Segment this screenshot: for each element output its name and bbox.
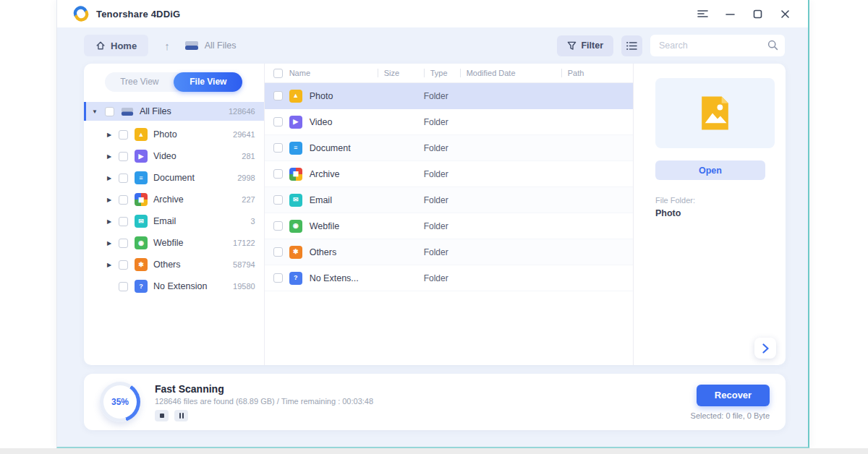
funnel-icon bbox=[567, 41, 576, 51]
tree-item-archive[interactable]: ▶▦Archive227 bbox=[84, 189, 264, 210]
tree-item-all-files[interactable]: ▼ All Files 128646 bbox=[84, 102, 264, 121]
tab-tree-view[interactable]: Tree View bbox=[105, 72, 174, 92]
tree-item-webfile[interactable]: ▶◉Webfile17122 bbox=[84, 232, 264, 254]
recover-button[interactable]: Recover bbox=[697, 385, 770, 406]
column-path[interactable]: Path bbox=[561, 69, 633, 77]
checkbox[interactable] bbox=[105, 107, 114, 116]
email-icon: ✉ bbox=[135, 215, 148, 228]
file-type: Folder bbox=[424, 221, 460, 231]
table-row-photo[interactable]: ▲PhotoFolder bbox=[265, 83, 633, 109]
file-name-cell: ✱Others bbox=[289, 246, 378, 259]
search-icon[interactable] bbox=[767, 40, 778, 51]
expand-caret-icon[interactable]: ▶ bbox=[107, 132, 119, 138]
tree-item-video[interactable]: ▶▶Video281 bbox=[84, 145, 264, 167]
file-type: Folder bbox=[424, 117, 460, 127]
file-name: Others bbox=[310, 247, 337, 257]
document-icon: ≡ bbox=[289, 142, 302, 155]
checkbox[interactable] bbox=[273, 169, 283, 179]
pause-scan-button[interactable] bbox=[174, 410, 188, 421]
desktop-strip bbox=[0, 448, 868, 454]
table-row-no-extens[interactable]: ?No Extens...Folder bbox=[265, 265, 633, 291]
archive-icon: ▦ bbox=[135, 193, 148, 206]
preview-panel: Open File Folder: Photo bbox=[633, 64, 786, 365]
scan-progress-ring: 35% bbox=[100, 382, 140, 422]
tree-item-label: Photo bbox=[153, 129, 177, 140]
table-row-email[interactable]: ✉EmailFolder bbox=[265, 187, 633, 213]
list-view-button[interactable] bbox=[621, 35, 642, 56]
checkbox[interactable] bbox=[119, 260, 128, 270]
tree-item-count: 19580 bbox=[233, 282, 255, 291]
table-header: Name Size Type Modified Date Path bbox=[265, 64, 633, 83]
checkbox[interactable] bbox=[119, 152, 128, 161]
expand-caret-icon[interactable]: ▶ bbox=[107, 240, 119, 247]
expand-caret-icon[interactable]: ▶ bbox=[107, 153, 119, 160]
screenshot-stage: Tenorshare 4DDiG Home bbox=[0, 0, 868, 454]
close-button[interactable] bbox=[779, 8, 791, 20]
checkbox[interactable] bbox=[119, 282, 128, 291]
tab-file-view[interactable]: File View bbox=[174, 72, 242, 92]
tree-item-label: Email bbox=[153, 216, 176, 226]
view-toggle: Tree View File View bbox=[105, 72, 242, 92]
checkbox[interactable] bbox=[273, 221, 283, 231]
minimize-button[interactable] bbox=[724, 8, 736, 20]
table-row-webfile[interactable]: ◉WebfileFolder bbox=[265, 213, 633, 239]
home-button[interactable]: Home bbox=[84, 35, 148, 56]
select-all-checkbox[interactable] bbox=[273, 69, 283, 78]
photo-file-icon bbox=[695, 93, 735, 133]
tree-item-email[interactable]: ▶✉Email3 bbox=[84, 210, 264, 232]
checkbox[interactable] bbox=[119, 195, 128, 205]
checkbox[interactable] bbox=[119, 239, 128, 248]
stop-scan-button[interactable] bbox=[155, 410, 169, 421]
file-name-cell: ▲Photo bbox=[289, 90, 378, 103]
table-row-others[interactable]: ✱OthersFolder bbox=[265, 239, 633, 265]
expand-caret-icon[interactable]: ▶ bbox=[107, 197, 119, 203]
tree-item-no-extension[interactable]: ?No Extension19580 bbox=[84, 275, 264, 297]
file-type: Folder bbox=[424, 247, 460, 257]
scan-controls bbox=[155, 410, 373, 421]
search-input[interactable] bbox=[650, 35, 785, 56]
table-row-video[interactable]: ▶VideoFolder bbox=[265, 109, 633, 135]
column-size[interactable]: Size bbox=[378, 69, 424, 77]
navigate-up-icon[interactable]: ↑ bbox=[164, 40, 170, 52]
column-type[interactable]: Type bbox=[424, 69, 460, 77]
status-right: Recover Selected: 0 file, 0 Byte bbox=[691, 385, 770, 420]
list-icon bbox=[626, 41, 637, 51]
next-page-button[interactable] bbox=[754, 338, 776, 359]
tree-item-photo[interactable]: ▶▲Photo29641 bbox=[84, 124, 264, 145]
checkbox[interactable] bbox=[273, 273, 283, 283]
pause-icon bbox=[179, 413, 181, 419]
checkbox[interactable] bbox=[119, 130, 128, 140]
expand-caret-icon[interactable]: ▶ bbox=[107, 175, 119, 181]
expand-caret-icon[interactable]: ▶ bbox=[107, 218, 119, 225]
open-button[interactable]: Open bbox=[655, 160, 765, 180]
file-name: Photo bbox=[310, 91, 333, 101]
breadcrumb[interactable]: All Files bbox=[205, 40, 237, 51]
checkbox[interactable] bbox=[273, 247, 283, 257]
expand-caret-icon[interactable]: ▶ bbox=[107, 262, 119, 268]
menu-icon[interactable] bbox=[697, 8, 708, 20]
checkbox[interactable] bbox=[273, 195, 283, 205]
file-name-cell: ▶Video bbox=[289, 116, 378, 129]
tree-item-label: All Files bbox=[140, 106, 171, 116]
checkbox[interactable] bbox=[119, 217, 128, 226]
tree-item-label: Video bbox=[153, 151, 176, 161]
table-row-archive[interactable]: ▦ArchiveFolder bbox=[265, 161, 633, 187]
video-icon: ▶ bbox=[289, 116, 302, 129]
checkbox[interactable] bbox=[273, 91, 283, 100]
file-name: Document bbox=[310, 143, 351, 153]
file-type: Folder bbox=[424, 143, 460, 153]
column-modified-date[interactable]: Modified Date bbox=[460, 69, 561, 77]
checkbox[interactable] bbox=[273, 143, 283, 153]
expand-caret-icon[interactable]: ▼ bbox=[92, 108, 105, 115]
checkbox[interactable] bbox=[119, 174, 128, 183]
drive-icon bbox=[184, 40, 199, 51]
filter-button[interactable]: Filter bbox=[557, 35, 613, 56]
table-row-document[interactable]: ≡DocumentFolder bbox=[265, 135, 633, 161]
checkbox[interactable] bbox=[273, 117, 283, 127]
tree-item-document[interactable]: ▶≡Document2998 bbox=[84, 167, 264, 189]
tree-item-others[interactable]: ▶✱Others58794 bbox=[84, 254, 264, 275]
file-name: Email bbox=[310, 195, 332, 205]
column-name[interactable]: Name bbox=[289, 69, 378, 77]
file-name-cell: ◉Webfile bbox=[289, 220, 378, 233]
maximize-button[interactable] bbox=[752, 8, 763, 20]
